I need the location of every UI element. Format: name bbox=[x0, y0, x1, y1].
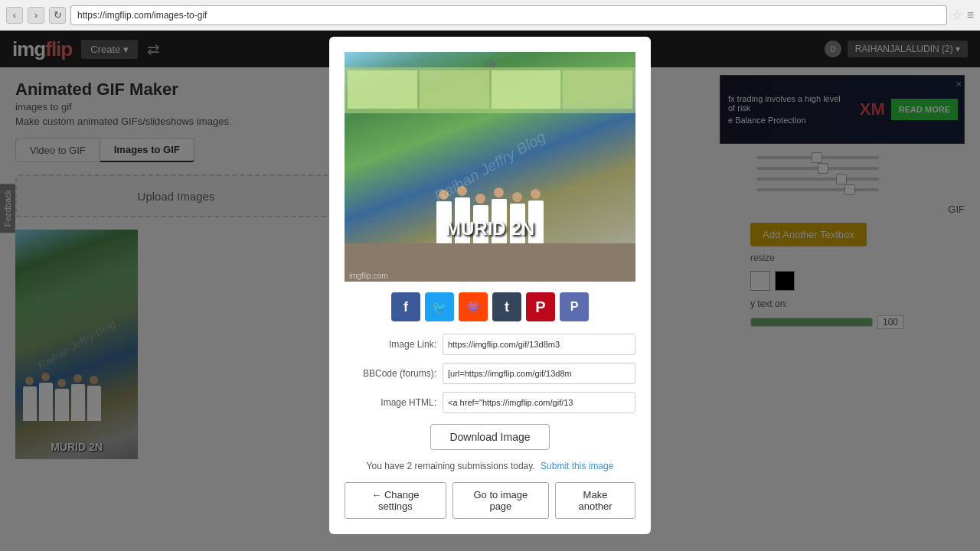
change-settings-button[interactable]: ← Change settings bbox=[345, 482, 446, 519]
modal-overlay[interactable]: ⊕ bbox=[0, 31, 980, 551]
image-link-row: Image Link: bbox=[345, 334, 635, 355]
pinterest-share-button[interactable]: P bbox=[526, 292, 555, 321]
back-button[interactable]: ‹ bbox=[6, 7, 23, 24]
bbcode-label: BBCode (forums): bbox=[345, 368, 436, 379]
modal: ⊕ bbox=[329, 37, 651, 534]
facebook-share-button[interactable]: f bbox=[391, 292, 420, 321]
tumblr-share-button[interactable]: t bbox=[492, 292, 521, 321]
html-row: Image HTML: bbox=[345, 392, 635, 413]
page-wrapper: imgflip Create ▾ ⇄ 0 RAIHANJALALUDIN (2)… bbox=[0, 31, 980, 551]
submissions-text: You have 2 remaining submissions today. … bbox=[345, 461, 635, 471]
reddit-share-button[interactable]: 👾 bbox=[459, 292, 488, 321]
pixiv-share-button[interactable]: P bbox=[560, 292, 589, 321]
twitter-share-button[interactable]: 🐦 bbox=[425, 292, 454, 321]
star-icon[interactable]: ☆ bbox=[952, 8, 962, 22]
modal-gif-branding: imgflip.com bbox=[349, 272, 388, 280]
modal-gif-image: ⊕ bbox=[345, 52, 635, 282]
social-buttons-row: f 🐦 👾 t P P bbox=[345, 292, 635, 321]
menu-icon[interactable]: ≡ bbox=[967, 8, 974, 22]
make-another-button[interactable]: Make another bbox=[555, 482, 635, 519]
modal-gif-container: ⊕ bbox=[345, 52, 635, 282]
bbcode-row: BBCode (forums): bbox=[345, 363, 635, 384]
image-link-input[interactable] bbox=[443, 334, 635, 355]
go-to-image-button[interactable]: Go to image page bbox=[452, 482, 549, 519]
image-link-label: Image Link: bbox=[345, 339, 436, 350]
browser-chrome: ‹ › ↻ https://imgflip.com/images-to-gif … bbox=[0, 0, 980, 31]
modal-gif-text: MURID 2N bbox=[345, 218, 635, 240]
html-input[interactable] bbox=[443, 392, 635, 413]
bbcode-input[interactable] bbox=[443, 363, 635, 384]
address-bar[interactable]: https://imgflip.com/images-to-gif bbox=[70, 5, 947, 25]
submit-link[interactable]: Submit this image bbox=[541, 461, 613, 471]
refresh-button[interactable]: ↻ bbox=[49, 7, 66, 24]
download-image-button[interactable]: Download Image bbox=[430, 424, 549, 450]
modal-actions: ← Change settings Go to image page Make … bbox=[345, 482, 635, 519]
forward-button[interactable]: › bbox=[28, 7, 44, 24]
html-label: Image HTML: bbox=[345, 397, 436, 408]
address-text: https://imgflip.com/images-to-gif bbox=[77, 10, 207, 21]
